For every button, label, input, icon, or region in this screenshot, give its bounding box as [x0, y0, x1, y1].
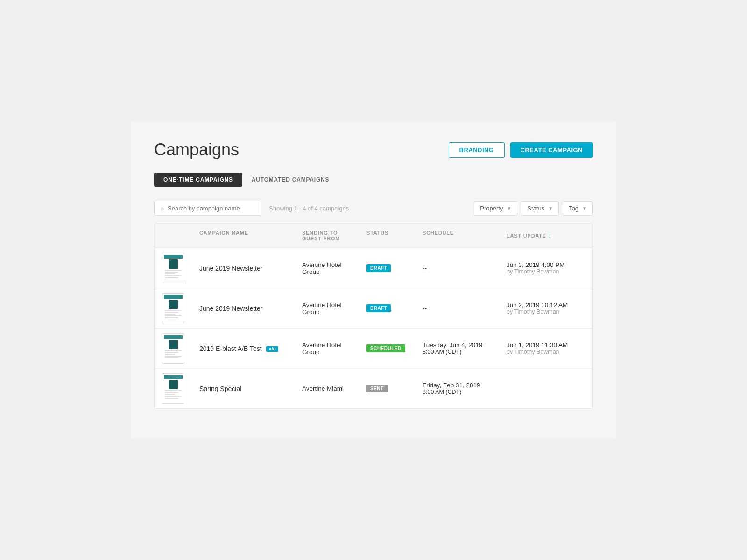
schedule-main: Tuesday, Jun 4, 2019	[423, 342, 492, 349]
status-label: Status	[527, 205, 544, 212]
ab-badge: A/B	[266, 346, 278, 352]
thumbnail-cell	[155, 329, 192, 368]
tag-label: Tag	[569, 205, 578, 212]
col-header-sending-to: SENDING TO GUEST FROM	[295, 228, 359, 243]
tag-filter[interactable]: Tag ▼	[563, 201, 593, 216]
filter-dropdowns: Property ▼ Status ▼ Tag ▼	[474, 201, 593, 216]
last-update-cell	[499, 383, 592, 394]
chevron-down-icon: ▼	[507, 206, 511, 211]
schedule-cell: --	[415, 259, 499, 277]
property-filter[interactable]: Property ▼	[474, 201, 517, 216]
table-row[interactable]: Spring Special Avertine Miami SENT Frida…	[155, 369, 592, 408]
thumbnail-cell	[155, 369, 192, 408]
last-update-cell: Jun 2, 2019 10:12 AM by Timothy Bowman	[499, 296, 592, 321]
campaign-name-cell: Spring Special	[192, 379, 295, 398]
table-header: CAMPAIGN NAME SENDING TO GUEST FROM STAT…	[155, 224, 592, 248]
campaign-thumbnail	[162, 253, 184, 283]
col-header-thumbnail	[155, 228, 192, 243]
property-label: Property	[480, 205, 503, 212]
search-box[interactable]: ⌕	[154, 201, 261, 216]
last-update-main: Jun 1, 2019 11:30 AM	[507, 342, 585, 349]
search-input[interactable]	[168, 205, 255, 212]
branding-button[interactable]: BRANDING	[449, 142, 505, 158]
table-row[interactable]: June 2019 Newsletter Avertine Hotel Grou…	[155, 248, 592, 288]
campaign-name: June 2019 Newsletter	[199, 305, 262, 312]
campaign-name: Spring Special	[199, 385, 241, 392]
chevron-down-icon: ▼	[582, 206, 587, 211]
col-header-campaign-name: CAMPAIGN NAME	[192, 228, 295, 243]
sending-to-cell: Avertine Hotel Group	[295, 256, 359, 281]
schedule-sub: 8:00 AM (CDT)	[423, 349, 492, 355]
status-cell: DRAFT	[359, 259, 415, 278]
status-cell: SENT	[359, 379, 415, 398]
col-header-last-update[interactable]: LAST UPDATE ↓	[499, 228, 592, 243]
status-badge: SENT	[366, 385, 388, 392]
status-filter[interactable]: Status ▼	[521, 201, 559, 216]
page-title: Campaigns	[154, 140, 239, 160]
status-badge: DRAFT	[366, 264, 391, 272]
last-update-cell: Jun 1, 2019 11:30 AM by Timothy Bowman	[499, 336, 592, 361]
campaign-name: 2019 E-blast A/B Test	[199, 345, 262, 352]
campaign-thumbnail	[162, 373, 184, 404]
sending-to-cell: Avertine Hotel Group	[295, 296, 359, 321]
schedule-cell: Friday, Feb 31, 2019 8:00 AM (CDT)	[415, 376, 499, 401]
main-container: Campaigns BRANDING CREATE CAMPAIGN ONE-T…	[131, 121, 616, 439]
chevron-down-icon: ▼	[548, 206, 553, 211]
header-buttons: BRANDING CREATE CAMPAIGN	[449, 142, 593, 158]
last-update-main: Jun 2, 2019 10:12 AM	[507, 301, 585, 308]
search-icon: ⌕	[160, 204, 164, 212]
last-update-sub: by Timothy Bowman	[507, 268, 585, 275]
campaign-name-cell: June 2019 Newsletter	[192, 299, 295, 318]
col-header-schedule: SCHEDULE	[415, 228, 499, 243]
col-header-status: STATUS	[359, 228, 415, 243]
page-header: Campaigns BRANDING CREATE CAMPAIGN	[154, 140, 593, 160]
campaign-name-cell: 2019 E-blast A/B Test A/B	[192, 339, 295, 358]
status-badge: SCHEDULED	[366, 344, 405, 352]
campaign-name: June 2019 Newsletter	[199, 265, 262, 272]
schedule-sub: 8:00 AM (CDT)	[423, 389, 492, 395]
status-cell: DRAFT	[359, 299, 415, 318]
sending-to-cell: Avertine Miami	[295, 379, 359, 398]
showing-text: Showing 1 - 4 of 4 campaigns	[269, 205, 466, 212]
campaign-name-cell: June 2019 Newsletter	[192, 259, 295, 278]
sending-to-cell: Avertine Hotel Group	[295, 336, 359, 361]
status-cell: SCHEDULED	[359, 339, 415, 358]
table-row[interactable]: 2019 E-blast A/B Test A/B Avertine Hotel…	[155, 329, 592, 369]
sort-down-icon: ↓	[549, 233, 551, 238]
schedule-cell: --	[415, 299, 499, 317]
campaigns-table: CAMPAIGN NAME SENDING TO GUEST FROM STAT…	[154, 223, 593, 409]
campaign-thumbnail	[162, 293, 184, 323]
schedule-main: Friday, Feb 31, 2019	[423, 382, 492, 389]
schedule-cell: Tuesday, Jun 4, 2019 8:00 AM (CDT)	[415, 336, 499, 361]
thumbnail-cell	[155, 248, 192, 288]
tab-automated-campaigns[interactable]: AUTOMATED CAMPAIGNS	[242, 173, 339, 187]
tab-one-time-campaigns[interactable]: ONE-TIME CAMPAIGNS	[154, 173, 242, 187]
create-campaign-button[interactable]: CREATE CAMPAIGN	[510, 142, 593, 158]
status-badge: DRAFT	[366, 304, 391, 312]
thumbnail-cell	[155, 288, 192, 328]
tabs-row: ONE-TIME CAMPAIGNS AUTOMATED CAMPAIGNS	[154, 173, 593, 187]
last-update-cell: Jun 3, 2019 4:00 PM by Timothy Bowman	[499, 256, 592, 280]
campaign-thumbnail	[162, 333, 184, 364]
table-row[interactable]: June 2019 Newsletter Avertine Hotel Grou…	[155, 288, 592, 329]
filters-row: ⌕ Showing 1 - 4 of 4 campaigns Property …	[154, 201, 593, 216]
last-update-sub: by Timothy Bowman	[507, 349, 585, 355]
last-update-sub: by Timothy Bowman	[507, 308, 585, 315]
last-update-main: Jun 3, 2019 4:00 PM	[507, 261, 585, 268]
